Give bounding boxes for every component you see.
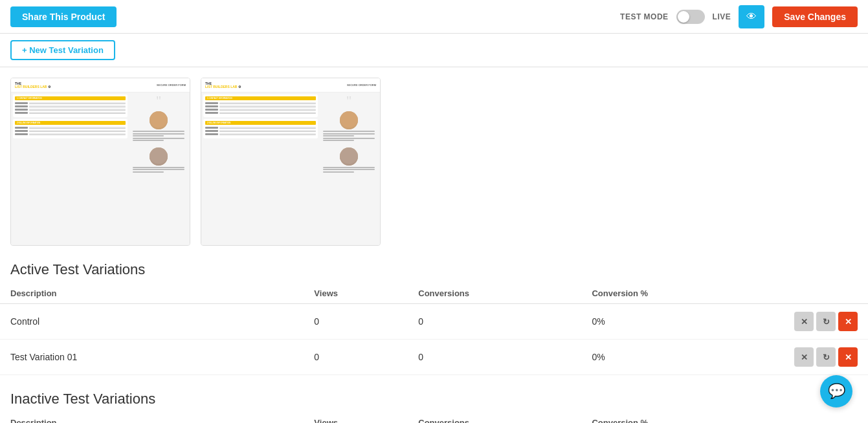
mini-right-2: " (320, 94, 378, 173)
inactive-col-header-views: Views (304, 413, 408, 423)
mini-header-1: THELIST BUILDERS LAB ⚙ SECURE ORDER FORM (11, 78, 190, 92)
row-description: Test Variation 01 (0, 340, 304, 375)
deactivate-button[interactable]: ✕ (794, 312, 814, 331)
mini-avatar-1 (150, 111, 168, 129)
row-conversions: 0 (408, 304, 581, 340)
preview-button[interactable]: 👁 (739, 5, 764, 28)
col-header-views: Views (304, 283, 408, 304)
toggle-knob (678, 11, 689, 23)
inactive-col-header-description: Description (0, 413, 304, 423)
reset-button[interactable]: ↻ (816, 312, 836, 331)
active-variations-heading: Active Test Variations (0, 251, 868, 283)
preview-card-2[interactable]: THELIST BUILDERS LAB ⚙ SECURE ORDER FORM… (201, 78, 381, 246)
save-changes-button[interactable]: Save Changes (772, 6, 858, 27)
row-views: 0 (304, 304, 408, 340)
mini-page-2: THELIST BUILDERS LAB ⚙ SECURE ORDER FORM… (201, 78, 380, 245)
mini-logo-1: THELIST BUILDERS LAB ⚙ (15, 82, 50, 89)
inactive-table-header-row: Description Views Conversions Conversion… (0, 413, 868, 423)
row-actions: ✕ ↻ ✕ (755, 304, 868, 340)
mini-body-2: 1 CONTACT INFORMATION 2 BILLING INFORMAT… (201, 92, 380, 175)
inactive-col-header-actions (755, 413, 868, 423)
inactive-col-header-conversion-pct: Conversion % (581, 413, 755, 423)
test-mode-toggle-wrapper (676, 10, 705, 24)
mini-right-1: " (129, 94, 188, 173)
preview-thumbnails: THELIST BUILDERS LAB ⚙ SECURE ORDER FORM… (0, 67, 868, 251)
mini-secure-2: SECURE ORDER FORM (347, 83, 376, 87)
mini-body-1: 1 CONTACT INFORMATION 2 BILLING INFORMAT… (11, 92, 190, 175)
live-label: LIVE (713, 12, 731, 21)
mini-avatar-2b (340, 147, 358, 166)
active-variations-table: Description Views Conversions Conversion… (0, 283, 868, 375)
deactivate-button[interactable]: ✕ (794, 347, 814, 367)
mini-left-2: 1 CONTACT INFORMATION 2 BILLING INFORMAT… (203, 94, 318, 173)
mini-section-billing: 2 BILLING INFORMATION (13, 119, 128, 138)
preview-card-1[interactable]: THELIST BUILDERS LAB ⚙ SECURE ORDER FORM… (10, 78, 190, 246)
inactive-variations-heading: Inactive Test Variations (0, 380, 868, 413)
chat-bubble[interactable]: 💬 (820, 375, 852, 407)
new-variation-bar: + New Test Variation (0, 34, 868, 67)
test-mode-toggle[interactable] (676, 10, 705, 24)
mini-section-contact-2: 1 CONTACT INFORMATION (203, 94, 318, 117)
eye-icon: 👁 (746, 11, 757, 23)
mini-avatar-2 (340, 111, 358, 129)
active-table-row: Test Variation 01 0 0 0% ✕ ↻ ✕ (0, 340, 868, 375)
col-header-actions (755, 283, 868, 304)
inactive-section: Inactive Test Variations Description Vie… (0, 380, 868, 423)
mini-avatar-1b (150, 147, 168, 166)
delete-button[interactable]: ✕ (838, 312, 858, 331)
top-bar: Share This Product TEST MODE LIVE 👁 Save… (0, 0, 868, 34)
row-actions: ✕ ↻ ✕ (755, 340, 868, 375)
inactive-variations-table: Description Views Conversions Conversion… (0, 413, 868, 423)
active-table-body: Control 0 0 0% ✕ ↻ ✕ Test Variation 01 0… (0, 304, 868, 375)
active-table-header-row: Description Views Conversions Conversion… (0, 283, 868, 304)
mini-secure-1: SECURE ORDER FORM (157, 83, 186, 87)
row-conversion-pct: 0% (581, 304, 755, 340)
mini-section-contact: 1 CONTACT INFORMATION (13, 94, 128, 117)
mini-section-billing-2: 2 BILLING INFORMATION (203, 119, 318, 138)
mini-header-2: THELIST BUILDERS LAB ⚙ SECURE ORDER FORM (201, 78, 380, 92)
new-test-variation-button[interactable]: + New Test Variation (10, 40, 115, 60)
reset-button[interactable]: ↻ (816, 347, 836, 367)
mini-logo-2: THELIST BUILDERS LAB ⚙ (205, 82, 241, 89)
row-conversions: 0 (408, 340, 581, 375)
row-views: 0 (304, 340, 408, 375)
top-right-controls: TEST MODE LIVE 👁 Save Changes (620, 5, 858, 28)
row-conversion-pct: 0% (581, 340, 755, 375)
test-mode-label: TEST MODE (620, 12, 669, 21)
share-product-button[interactable]: Share This Product (10, 6, 117, 27)
chat-icon: 💬 (828, 383, 845, 400)
delete-button[interactable]: ✕ (838, 347, 858, 367)
col-header-conversions: Conversions (408, 283, 581, 304)
inactive-col-header-conversions: Conversions (408, 413, 581, 423)
row-description: Control (0, 304, 304, 340)
col-header-conversion-pct: Conversion % (581, 283, 755, 304)
col-header-description: Description (0, 283, 304, 304)
mini-left-1: 1 CONTACT INFORMATION 2 BILLING INFORMAT… (13, 94, 128, 173)
active-table-row: Control 0 0 0% ✕ ↻ ✕ (0, 304, 868, 340)
mini-page-1: THELIST BUILDERS LAB ⚙ SECURE ORDER FORM… (11, 78, 190, 245)
